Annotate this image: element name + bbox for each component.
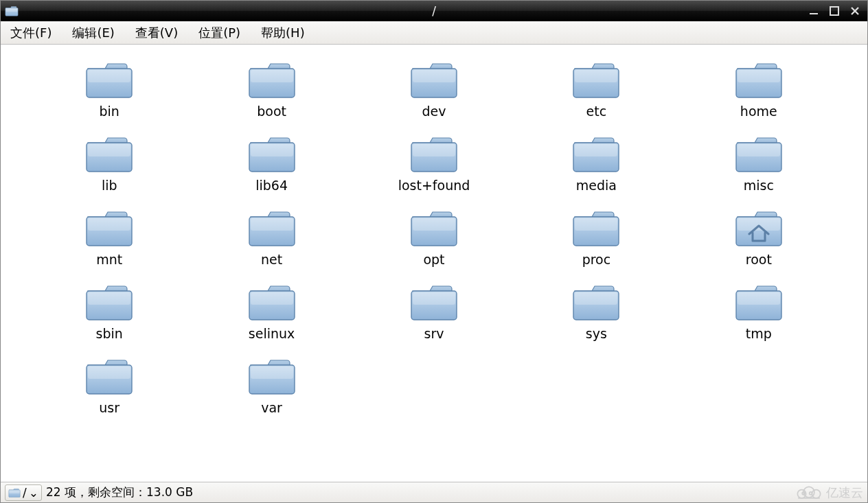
svg-point-5 [803,487,814,498]
menu-places[interactable]: 位置(P) [194,22,244,44]
folder-item-mnt[interactable]: mnt [51,208,168,267]
folder-icon [409,60,459,100]
path-folder-icon [8,487,21,498]
folder-icon [84,356,134,396]
folder-icon [247,356,297,396]
folder-item-usr[interactable]: usr [51,356,168,415]
folder-label: mnt [96,252,122,267]
window-controls [808,5,867,16]
folder-label: lib64 [255,178,288,193]
folder-label: home [740,104,777,119]
status-text: 22 项，剩余空间：13.0 GB [46,484,193,500]
folder-icon [409,134,459,174]
file-manager-window: / 文件(F) 编辑(E) 查看(V) 位置(P) 帮助(H) binbootd… [0,0,868,503]
folder-icon [84,282,134,322]
folder-grid: binbootdevetchomeliblib64lost+foundmedia… [28,60,840,415]
minimize-button[interactable] [808,5,819,16]
folder-item-root[interactable]: root [700,208,817,267]
folder-item-bin[interactable]: bin [51,60,168,119]
svg-rect-2 [810,13,818,14]
svg-rect-3 [830,7,838,15]
folder-item-sys[interactable]: sys [538,282,654,341]
folder-label: bin [99,104,119,119]
folder-item-opt[interactable]: opt [376,208,492,267]
folder-label: lib [102,178,117,193]
menu-view[interactable]: 查看(V) [131,22,182,44]
folder-label: lost+found [398,178,470,193]
close-button[interactable] [849,5,860,16]
folder-icon [734,60,784,100]
folder-label: net [261,252,282,267]
folder-item-var[interactable]: var [214,356,330,415]
path-label: / [23,486,27,500]
folder-label: dev [422,104,446,119]
folder-item-tmp[interactable]: tmp [700,282,817,341]
folder-label: selinux [249,326,295,341]
folder-item-misc[interactable]: misc [700,134,817,193]
folder-label: root [746,252,772,267]
svg-point-8 [802,492,805,495]
folder-item-sbin[interactable]: sbin [51,282,168,341]
folder-icon [84,134,134,174]
folder-icon [84,208,134,248]
folder-item-lib[interactable]: lib [51,134,168,193]
folder-home-icon [734,208,784,248]
window-folder-icon [5,4,19,18]
folder-label: sbin [96,326,123,341]
folder-icon [247,134,297,174]
folder-item-lib64[interactable]: lib64 [214,134,330,193]
folder-icon [247,282,297,322]
folder-icon [571,60,621,100]
folder-label: usr [99,400,119,415]
watermark-cloud-icon [795,485,823,500]
folder-item-net[interactable]: net [214,208,330,267]
folder-icon [247,60,297,100]
folder-icon [409,282,459,322]
folder-item-boot[interactable]: boot [214,60,330,119]
watermark-text: 亿速云 [826,484,863,501]
maximize-button[interactable] [829,5,840,16]
folder-icon [734,134,784,174]
folder-label: misc [744,178,774,193]
folder-label: var [261,400,282,415]
folder-item-dev[interactable]: dev [376,60,492,119]
chevron-down-icon: ⌄ [29,486,38,500]
window-title: / [1,4,867,18]
menubar: 文件(F) 编辑(E) 查看(V) 位置(P) 帮助(H) [1,21,867,45]
folder-icon [247,208,297,248]
folder-item-lost+found[interactable]: lost+found [376,134,492,193]
folder-item-etc[interactable]: etc [538,60,654,119]
folder-label: tmp [746,326,772,341]
folder-icon [84,60,134,100]
folder-item-srv[interactable]: srv [376,282,492,341]
folder-item-proc[interactable]: proc [538,208,654,267]
titlebar[interactable]: / [1,1,867,21]
icon-view[interactable]: binbootdevetchomeliblib64lost+foundmedia… [1,45,867,482]
svg-point-9 [810,492,812,495]
folder-icon [409,208,459,248]
menu-file[interactable]: 文件(F) [6,22,56,44]
menu-edit[interactable]: 编辑(E) [68,22,118,44]
folder-label: proc [582,252,611,267]
folder-icon [571,208,621,248]
folder-label: etc [586,104,607,119]
folder-item-selinux[interactable]: selinux [214,282,330,341]
folder-icon [734,282,784,322]
folder-label: sys [586,326,607,341]
folder-icon [571,282,621,322]
folder-item-media[interactable]: media [538,134,654,193]
folder-label: boot [257,104,286,119]
folder-label: srv [424,326,444,341]
watermark: 亿速云 [795,484,863,501]
path-selector[interactable]: / ⌄ [5,484,42,501]
folder-label: media [576,178,617,193]
statusbar: / ⌄ 22 项，剩余空间：13.0 GB 亿速云 [1,482,867,502]
folder-icon [571,134,621,174]
svg-point-6 [812,490,820,498]
folder-item-home[interactable]: home [700,60,817,119]
svg-point-4 [797,490,806,498]
menu-help[interactable]: 帮助(H) [257,22,309,44]
folder-label: opt [423,252,444,267]
